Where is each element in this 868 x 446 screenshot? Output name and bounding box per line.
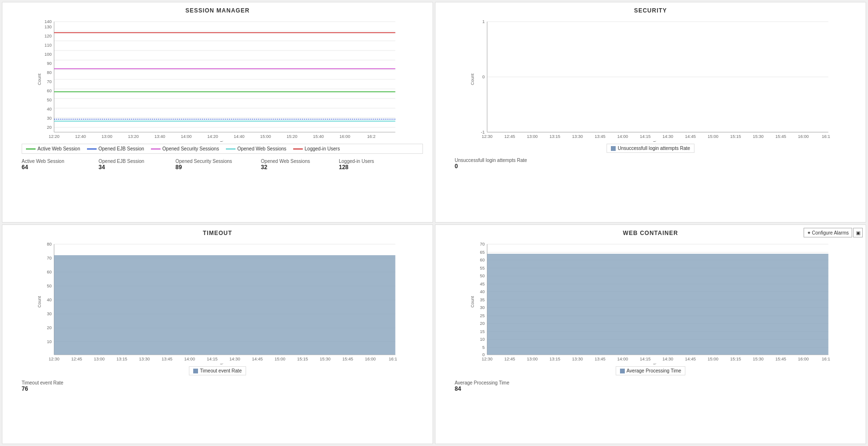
x-tick: 14:20 xyxy=(207,134,218,139)
x-tick: 14:00 xyxy=(184,357,195,361)
timeout-legend-container: Timeout event Rate xyxy=(7,366,428,375)
session-manager-panel: SESSION MANAGER Count xyxy=(2,2,433,223)
x-tick: 12:30 xyxy=(482,357,493,361)
x-tick: 16:00 xyxy=(798,357,809,361)
timeout-fill xyxy=(54,255,396,355)
x-tick: 15:15 xyxy=(730,357,741,361)
x-tick: 16:1 xyxy=(389,357,397,361)
stat-value-active-web-session: 64 xyxy=(22,164,70,171)
legend-color-unsuccessful-login xyxy=(611,146,616,151)
legend-color-opened-security-sessions xyxy=(151,149,161,149)
x-tick: 14:15 xyxy=(640,134,651,139)
y-tick: 0 xyxy=(482,74,484,79)
y-axis-label: Count xyxy=(37,296,42,308)
legend-opened-web-sessions: Opened Web Sessions xyxy=(226,146,286,151)
x-tick: 12:20 xyxy=(49,134,60,139)
legend-logged-in-users: Logged-in Users xyxy=(293,146,340,151)
x-tick: 15:20 xyxy=(286,134,298,139)
x-tick: 15:30 xyxy=(753,134,764,139)
session-manager-title: SESSION MANAGER xyxy=(7,7,428,14)
x-tick: 16:00 xyxy=(339,134,350,139)
x-tick: 12:45 xyxy=(504,134,515,139)
x-tick: 13:45 xyxy=(595,134,606,139)
web-container-chart: Count 70 65 60 xyxy=(440,239,861,364)
stat-opened-ejb-session: Opened EJB Session 34 xyxy=(99,159,147,171)
x-axis-label: Time xyxy=(220,140,230,142)
y-tick: 60 xyxy=(47,270,51,274)
stat-value-timeout-event-rate: 76 xyxy=(22,385,70,392)
stat-label-opened-ejb-session: Opened EJB Session xyxy=(99,159,147,164)
stat-value-opened-ejb-session: 34 xyxy=(99,164,147,171)
y-tick: 65 xyxy=(480,250,484,255)
security-title: SECURITY xyxy=(440,7,861,14)
timeout-legend: Timeout event Rate xyxy=(189,366,246,375)
session-manager-svg: Count 20 xyxy=(7,17,428,142)
y-tick: 20 xyxy=(480,321,484,326)
x-tick: 12:45 xyxy=(71,357,82,361)
stat-value-opened-web-sessions: 32 xyxy=(261,164,310,171)
stat-label-active-web-session: Active Web Session xyxy=(22,159,70,164)
x-tick: 14:00 xyxy=(617,134,628,139)
x-tick: 15:45 xyxy=(342,357,353,361)
x-tick: 13:45 xyxy=(161,357,173,361)
y-tick: 140 xyxy=(44,19,51,24)
y-tick: 25 xyxy=(480,313,484,318)
y-tick: 40 xyxy=(47,107,51,112)
x-tick: 14:45 xyxy=(685,357,696,361)
x-tick: 13:30 xyxy=(572,134,583,139)
x-tick: 14:45 xyxy=(685,134,696,139)
x-tick: 16:1 xyxy=(822,134,831,139)
stat-opened-security-sessions: Opened Security Sessions 89 xyxy=(175,159,232,171)
security-legend-container: Unsuccessfull login attempts Rate xyxy=(440,144,861,153)
web-container-stats: Average Processing Time 84 xyxy=(440,375,861,397)
timeout-chart: Count 80 70 60 50 40 30 20 1 xyxy=(7,239,428,364)
x-tick: 12:30 xyxy=(49,357,60,361)
stat-label-opened-security-sessions: Opened Security Sessions xyxy=(175,159,232,164)
x-tick: 13:15 xyxy=(549,357,560,361)
y-tick: 40 xyxy=(47,297,51,302)
y-tick: 30 xyxy=(47,311,51,316)
x-axis-label: Time xyxy=(653,363,663,364)
stat-label-opened-web-sessions: Opened Web Sessions xyxy=(261,159,310,164)
x-tick: 13:40 xyxy=(154,134,165,139)
legend-active-web-session: Active Web Session xyxy=(26,146,80,151)
legend-label-active-web-session: Active Web Session xyxy=(37,146,80,151)
legend-color-opened-ejb-session xyxy=(87,149,97,149)
stat-value-unsuccessful-login: 0 xyxy=(455,163,527,170)
configure-alarms-bar: ✦ Configure Alarms ▣ xyxy=(804,228,863,237)
x-tick: 15:00 xyxy=(260,134,271,139)
y-tick: 50 xyxy=(47,98,51,102)
y-axis-label: Count xyxy=(470,74,475,86)
timeout-stats: Timeout event Rate 76 xyxy=(7,375,428,397)
stat-value-logged-in-users: 128 xyxy=(339,164,387,171)
y-tick: 50 xyxy=(47,284,51,288)
security-panel: SECURITY Count 1 0 -1 12:30 12:45 13:00 … xyxy=(435,2,866,223)
y-tick: 1 xyxy=(482,19,484,24)
x-tick: 14:00 xyxy=(617,357,628,361)
timeout-svg: Count 80 70 60 50 40 30 20 1 xyxy=(7,239,428,364)
y-axis-label: Count xyxy=(470,296,475,308)
stat-opened-web-sessions: Opened Web Sessions 32 xyxy=(261,159,310,171)
configure-alarms-button[interactable]: ✦ Configure Alarms xyxy=(804,228,852,237)
web-container-title: WEB CONTAINER xyxy=(440,230,861,236)
security-svg: Count 1 0 -1 12:30 12:45 13:00 13:15 13:… xyxy=(440,17,861,142)
legend-color-avg-processing xyxy=(620,369,625,373)
x-tick: 15:45 xyxy=(775,134,786,139)
stat-logged-in-users: Logged-in Users 128 xyxy=(339,159,387,171)
x-tick: 14:15 xyxy=(640,357,651,361)
dashboard: SESSION MANAGER Count xyxy=(0,0,868,446)
x-tick: 15:45 xyxy=(775,357,786,361)
export-icon: ▣ xyxy=(856,230,860,235)
web-container-legend: Average Processing Time xyxy=(616,366,686,375)
stat-unsuccessful-login: Unsuccessfull login attempts Rate 0 xyxy=(455,158,527,170)
legend-color-active-web-session xyxy=(26,149,36,149)
x-tick: 13:15 xyxy=(549,134,560,139)
y-tick: 80 xyxy=(47,70,51,75)
y-tick: 60 xyxy=(47,88,51,93)
timeout-title: TIMEOUT xyxy=(7,230,428,236)
stat-active-web-session: Active Web Session 64 xyxy=(22,159,70,171)
x-tick: 14:00 xyxy=(181,134,192,139)
export-button[interactable]: ▣ xyxy=(853,228,863,237)
stat-avg-processing-time: Average Processing Time 84 xyxy=(455,380,509,392)
y-tick: 20 xyxy=(47,325,51,330)
